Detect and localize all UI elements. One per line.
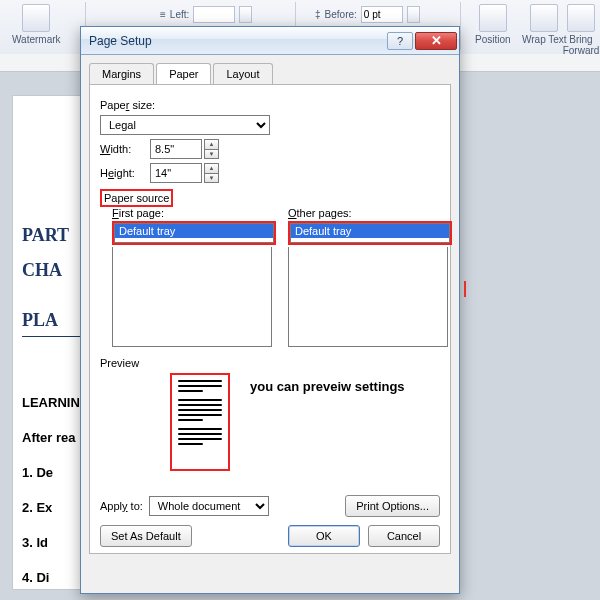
apply-to-label: Apply to: xyxy=(100,500,143,512)
close-button[interactable] xyxy=(415,32,457,50)
paper-tab-panel: Paper size: Legal Width: Height: Paper s… xyxy=(89,84,451,554)
paper-size-label: Paper size: xyxy=(100,99,440,111)
tab-strip: Margins Paper Layout xyxy=(89,63,451,84)
position-icon xyxy=(479,4,507,32)
first-page-label: First page: xyxy=(112,207,276,219)
dialog-title: Page Setup xyxy=(81,34,387,48)
doc-text: LEARNIN xyxy=(22,395,80,410)
first-page-listbox-body[interactable] xyxy=(112,247,272,347)
paper-size-select[interactable]: Legal xyxy=(100,115,270,135)
width-spinner[interactable] xyxy=(204,139,219,159)
doc-heading: PART xyxy=(22,225,69,246)
watermark-icon xyxy=(22,4,50,32)
page-setup-dialog: Page Setup ? Margins Paper Layout Paper … xyxy=(80,26,460,594)
help-button[interactable]: ? xyxy=(387,32,413,50)
doc-rule xyxy=(22,336,84,337)
height-spinner[interactable] xyxy=(204,163,219,183)
spacing-icon: ‡ xyxy=(315,9,321,20)
tab-paper[interactable]: Paper xyxy=(156,63,211,84)
preview-label: Preview xyxy=(100,357,440,369)
preview-thumbnail xyxy=(170,373,230,471)
spin-up-down[interactable] xyxy=(407,6,420,23)
list-item[interactable]: Default tray xyxy=(291,224,449,238)
doc-text: 2. Ex xyxy=(22,500,52,515)
doc-text: 4. Di xyxy=(22,570,49,585)
height-input[interactable] xyxy=(150,163,202,183)
tab-margins[interactable]: Margins xyxy=(89,63,154,84)
other-pages-listbox-body[interactable] xyxy=(288,247,448,347)
apply-to-select[interactable]: Whole document xyxy=(149,496,269,516)
tab-layout[interactable]: Layout xyxy=(213,63,272,84)
bring-forward-button[interactable]: Bring Forward xyxy=(562,4,600,54)
spacing-before-input[interactable] xyxy=(361,6,403,23)
annotation-marker xyxy=(464,281,466,297)
cancel-button[interactable]: Cancel xyxy=(368,525,440,547)
other-pages-label: Other pages: xyxy=(288,207,452,219)
bring-forward-icon xyxy=(567,4,595,32)
height-label: Height: xyxy=(100,167,150,179)
watermark-button[interactable]: Watermark xyxy=(12,4,61,45)
spin-up-down[interactable] xyxy=(239,6,252,23)
doc-heading: PLA xyxy=(22,310,58,331)
wrap-text-icon xyxy=(530,4,558,32)
indent-left-field[interactable]: ≡ Left: xyxy=(160,6,252,23)
list-item[interactable]: Default tray xyxy=(115,224,273,238)
doc-text: 1. De xyxy=(22,465,53,480)
indent-left-input[interactable] xyxy=(193,6,235,23)
set-as-default-button[interactable]: Set As Default xyxy=(100,525,192,547)
left-arrow-icon: ≡ xyxy=(160,9,166,20)
wrap-text-button[interactable]: Wrap Text xyxy=(522,4,567,45)
doc-text: 3. Id xyxy=(22,535,48,550)
doc-heading: CHA xyxy=(22,260,62,281)
first-page-listbox[interactable]: Default tray xyxy=(114,223,274,243)
ok-button[interactable]: OK xyxy=(288,525,360,547)
width-input[interactable] xyxy=(150,139,202,159)
spacing-before-field[interactable]: ‡ Before: xyxy=(315,6,420,23)
doc-text: After rea xyxy=(22,430,75,445)
position-button[interactable]: Position xyxy=(475,4,511,45)
print-options-button[interactable]: Print Options... xyxy=(345,495,440,517)
other-pages-listbox[interactable]: Default tray xyxy=(290,223,450,243)
annotation-text: you can preveiw settings xyxy=(250,379,405,394)
paper-source-label: Paper source xyxy=(100,189,173,207)
width-label: Width: xyxy=(100,143,150,155)
titlebar: Page Setup ? xyxy=(81,27,459,55)
